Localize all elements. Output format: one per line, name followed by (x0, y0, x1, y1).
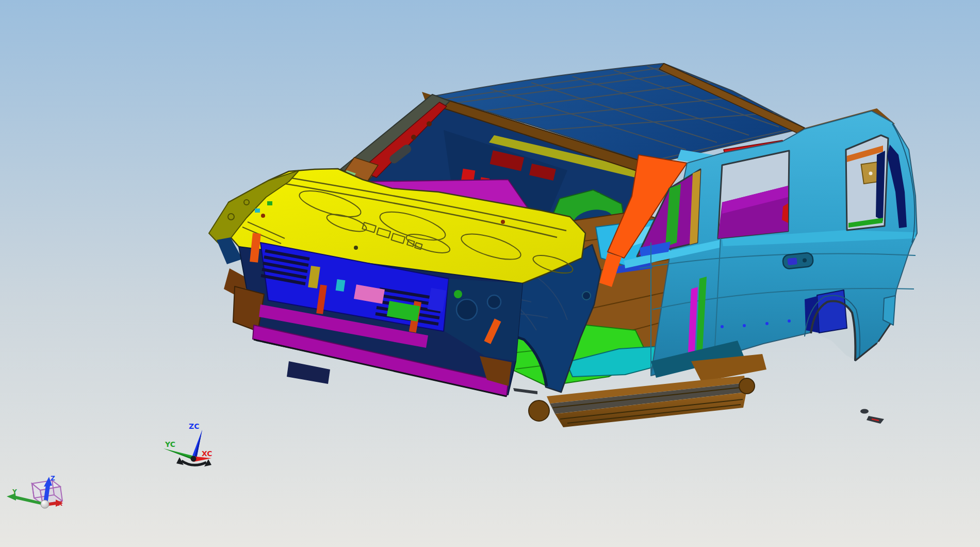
body-rivet (765, 322, 769, 325)
cad-viewport[interactable]: ZC YC XC Z Y X (0, 0, 980, 547)
wcs-z-label: ZC (189, 422, 199, 430)
quarter-cyan-tab[interactable] (883, 296, 895, 325)
body-rivet (788, 319, 791, 323)
apron-green-dot (454, 290, 462, 298)
wcs-y-label: YC (165, 440, 175, 448)
apron-hole (487, 295, 501, 309)
board-right-cap (739, 378, 755, 394)
body-rivet (743, 324, 746, 327)
wcs-x-label: XC (202, 449, 213, 458)
bracket-hole (869, 172, 873, 175)
pillar-bolt (427, 121, 432, 126)
hood-bolt (501, 220, 505, 224)
door-handle-recess[interactable] (782, 252, 814, 269)
board-left-cap (529, 400, 549, 421)
pillar-bolt (411, 135, 416, 140)
debris-chip[interactable] (860, 409, 869, 414)
flange-green-bit (267, 201, 272, 205)
fender-hole (582, 292, 591, 300)
flange-teal-bit (255, 208, 260, 213)
hood-bolt (261, 214, 265, 218)
clip-teal-part (336, 279, 346, 292)
triad-x-label: X (58, 500, 63, 507)
triad-y-label: Y (12, 488, 17, 495)
rear-wheelwell-box-blue[interactable] (817, 290, 847, 333)
triad-origin-sphere[interactable] (41, 500, 49, 508)
triad-z-label: Z (51, 475, 55, 482)
apron-hole (456, 299, 477, 320)
body-rivet (721, 325, 724, 328)
hood-bolt (354, 246, 358, 250)
wcs-origin[interactable] (191, 456, 197, 462)
